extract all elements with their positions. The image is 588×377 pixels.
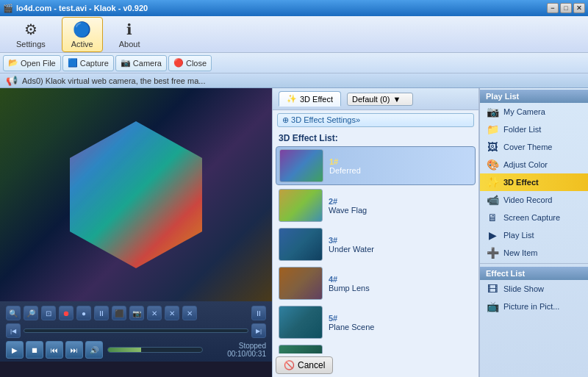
effect-number: 3# (329, 236, 473, 245)
settings-label: Settings (16, 40, 46, 49)
pause2-button[interactable]: ⏸ (251, 306, 266, 320)
sidebar-item-new-item[interactable]: ➕ New Item (480, 244, 588, 262)
sidebar-item-settings[interactable]: ⚙ Settings (7, 18, 54, 51)
sidebar-label: Play List (503, 231, 534, 240)
title-bar: 🎬 lo4d.com - test.avi - Klaok - v0.920 −… (0, 0, 588, 16)
sidebar-item-active[interactable]: 🔵 Active (62, 17, 103, 52)
sidebar-section-effectlist: Effect List (480, 267, 588, 280)
slideshow-icon: 🎞 (486, 283, 499, 295)
effect-header: ✨ 3D Effect Default (0) ▼ (273, 88, 478, 110)
right-sidebar: Play List 📷 My Camera 📁 Folder List 🖼 Co… (479, 88, 588, 377)
open-file-button[interactable]: 📂 Open File (3, 55, 61, 71)
snapshot-button[interactable]: 📷 (129, 306, 144, 320)
sidebar-label: Folder List (503, 125, 541, 134)
effect-info: 3# Under Water (329, 236, 473, 254)
seek-end-button[interactable]: ▶| (251, 323, 266, 338)
pause-button[interactable]: ⏸ (94, 306, 109, 320)
about-icon: ℹ (126, 21, 132, 38)
sidebar-item-video-record[interactable]: 📹 Video Record (480, 191, 588, 209)
effect-list-header: 3D Effect List: (273, 130, 478, 146)
list-item[interactable]: 3# Under Water (276, 226, 476, 263)
sidebar-item-play-list[interactable]: ▶ Play List (480, 226, 588, 244)
camera-icon: 📷 (486, 106, 499, 118)
new-item-icon: ➕ (486, 247, 499, 259)
sidebar-item-adjust-color[interactable]: 🎨 Adjust Color (480, 156, 588, 173)
tab-3d-effect[interactable]: ✨ 3D Effect (279, 91, 341, 107)
play-controls: ▶ ⏹ ⏮ ⏭ 🔊 (6, 341, 103, 359)
tab-label: 3D Effect (300, 95, 333, 104)
sidebar-label: Slide Show (503, 284, 544, 293)
list-item[interactable]: 4# Bump Lens (276, 265, 476, 302)
active-label: Active (71, 40, 93, 49)
capture-button[interactable]: 🟦 Capture (62, 55, 114, 71)
default-select[interactable]: Default (0) ▼ (347, 93, 413, 106)
sidebar-item-picture-in-pic[interactable]: 📺 Picture in Pict... (480, 298, 588, 315)
list-item[interactable]: 5# Plane Scene (276, 304, 476, 341)
sidebar-label: New Item (503, 248, 537, 257)
sidebar-label: 3D Effect (503, 178, 539, 187)
effect-settings-button[interactable]: ⊕ 3D Effect Settings» (277, 113, 474, 127)
close-button[interactable]: 🔴 Close (168, 55, 212, 71)
sidebar-label: Picture in Pict... (503, 302, 559, 311)
effect-name: Bump Lens (329, 284, 473, 292)
effect-name: Plane Scene (329, 323, 473, 331)
sidebar-item-slide-show[interactable]: 🎞 Slide Show (480, 280, 588, 298)
sidebar-item-cover-theme[interactable]: 🖼 Cover Theme (480, 138, 588, 156)
gem-shape (70, 121, 202, 268)
folder-icon: 📁 (486, 123, 499, 135)
stop-play-button[interactable]: ⏹ (26, 341, 43, 359)
effect-number: 5# (329, 314, 473, 323)
sidebar-label: My Camera (503, 107, 545, 116)
status-label: Stopped (207, 342, 266, 350)
time-display: 00:10/00:31 (207, 350, 266, 358)
seek-start-button[interactable]: |◀ (6, 323, 21, 338)
sidebar-item-my-camera[interactable]: 📷 My Camera (480, 103, 588, 121)
effect-number: 4# (329, 275, 473, 284)
pip-icon: 📺 (486, 301, 499, 312)
seek-bar[interactable] (24, 328, 248, 333)
ticker-text: Ads0) Klaok virtual web camera, the best… (22, 76, 205, 85)
sidebar-item-folder-list[interactable]: 📁 Folder List (480, 121, 588, 138)
ticker: 📢 Ads0) Klaok virtual web camera, the be… (0, 73, 588, 88)
zoom-in-button[interactable]: 🔎 (24, 306, 38, 320)
3d-effect-icon: ✨ (287, 94, 297, 104)
list-item[interactable]: 2# Wave Flag (276, 187, 476, 224)
list-item[interactable]: 6# Plane Scene (276, 342, 476, 353)
capture-icon: 🟦 (68, 58, 78, 68)
default-label: Default (0) (352, 95, 390, 104)
close-window-button[interactable]: ✕ (573, 3, 585, 13)
effect-info: 5# Plane Scene (329, 314, 473, 331)
cancel-button[interactable]: 🚫 Cancel (276, 356, 333, 374)
effect-thumbnail (279, 228, 323, 261)
window-title: lo4d.com - test.avi - Klaok - v0.920 (16, 4, 148, 12)
next-button[interactable]: ⏭ (65, 341, 83, 359)
effect-number: 6# (329, 353, 473, 354)
sidebar-item-3d-effect[interactable]: ✨ 3D Effect (480, 173, 588, 191)
sidebar-item-about[interactable]: ℹ About (110, 18, 149, 51)
cancel-label: Cancel (298, 360, 325, 370)
sidebar-label: Video Record (503, 195, 552, 204)
effect-info: 2# Wave Flag (329, 197, 473, 215)
cancel-icon: 🚫 (284, 360, 295, 370)
btn-x[interactable]: ✕ (147, 306, 162, 320)
sidebar-label: Adjust Color (503, 160, 548, 169)
list-item[interactable]: 1# Deferred (276, 146, 476, 185)
screen-icon: 🖥 (486, 212, 499, 223)
prev-button[interactable]: ⏮ (46, 341, 63, 359)
stop-button[interactable]: ⬛ (112, 306, 126, 320)
btn-x2[interactable]: ✕ (165, 306, 179, 320)
progress-bar[interactable] (107, 347, 203, 353)
camera-button[interactable]: 📷 Camera (115, 55, 167, 71)
zoom-out-button[interactable]: 🔍 (6, 306, 21, 320)
settings-expand-icon: ⊕ (282, 115, 289, 124)
sidebar-item-screen-capture[interactable]: 🖥 Screen Capture (480, 209, 588, 226)
volume-button[interactable]: 🔊 (85, 341, 103, 359)
zoom-fit-button[interactable]: ⊡ (41, 306, 56, 320)
record-button[interactable]: ⏺ (59, 306, 74, 320)
play-button[interactable]: ▶ (6, 341, 24, 359)
app-icon: 🎬 (3, 4, 13, 13)
minimize-button[interactable]: − (547, 3, 559, 13)
maximize-button[interactable]: □ (560, 3, 572, 13)
rec-button[interactable]: ● (76, 306, 91, 320)
btn-x3[interactable]: ✕ (182, 306, 197, 320)
